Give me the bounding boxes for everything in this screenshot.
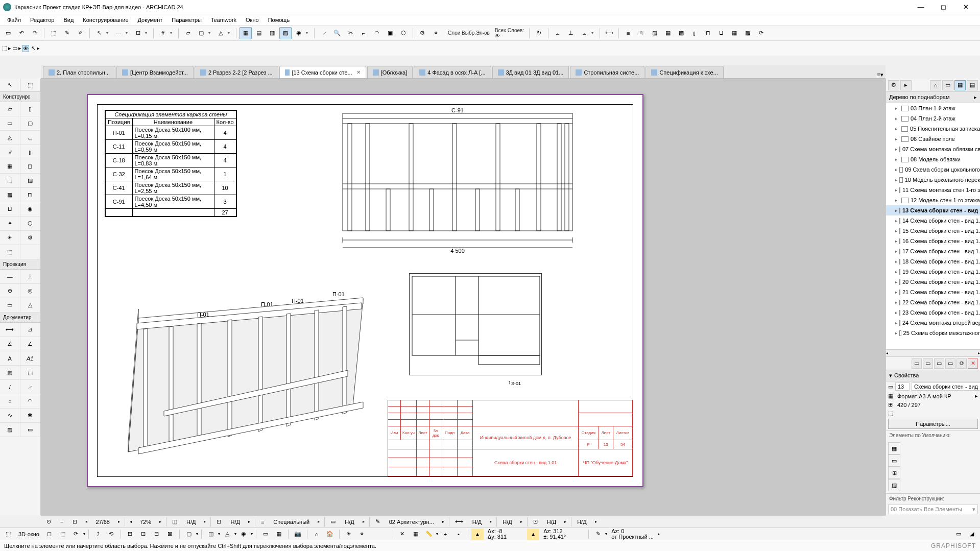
undo-button[interactable]: ↶ [15,27,28,39]
orbit-icon[interactable]: ⟳ [70,529,82,540]
roof-tool-icon[interactable]: ◬ [0,131,20,145]
circle-tool-icon[interactable]: ○ [0,394,20,409]
label-tool-icon[interactable]: A1 [20,351,41,366]
find-button[interactable]: ⚙ [416,27,428,39]
nav-item[interactable]: ▸14 Схема сборки стен - вид 1. [886,215,980,226]
cut-button[interactable]: ✂ [344,27,356,39]
tab-7[interactable]: Стропильная систе... [570,66,644,78]
menu-help[interactable]: Помощь [264,16,294,24]
column-tool-icon[interactable]: ▯ [20,102,41,116]
tree-hscroll[interactable]: ◂▸ [886,349,980,356]
worksheet-tool-icon[interactable]: ▭ [0,298,20,313]
coord-origin-icon[interactable]: ▲ [471,529,484,540]
minimize-button[interactable]: — [910,0,932,14]
slab-tool-icon[interactable]: ▢ [20,116,41,131]
format-dropdown-icon[interactable]: ▸ [975,393,978,399]
trace5-button[interactable]: ◉ [293,27,305,39]
zoom-out-button[interactable]: − [57,517,67,527]
dim-tool-icon[interactable]: ⟷ [0,323,20,337]
layer11-icon[interactable]: ⟳ [755,27,767,39]
render-icon-2[interactable]: ▦ [273,529,285,540]
ruler2-icon[interactable]: 📏 [423,529,435,540]
nav-item[interactable]: ▸22 Схема сборки стен - вид 1. [886,297,980,307]
3d-icon[interactable]: ⬚ [2,529,14,540]
layer5-icon[interactable]: ▩ [675,27,687,39]
plus-icon[interactable]: + [439,529,451,540]
tab-0[interactable]: 2. План стропильн... [43,66,115,78]
snap4-icon[interactable]: ⊠ [164,529,176,540]
point-tool-icon[interactable]: ✱ [20,409,41,423]
angle-tool-icon[interactable]: ∠ [20,337,41,351]
nav-item[interactable]: ▸23 Схема сборки стен - вид 1. [886,307,980,318]
mode-button-2[interactable]: ▭ [12,45,17,52]
drawing-tool-icon[interactable]: ▭ [20,423,41,437]
layer6-icon[interactable]: ⫿ [688,27,701,39]
section-tool-icon[interactable]: — [0,270,20,284]
nav-item[interactable]: ▸03 План 1-й этаж [886,103,980,113]
walk-icon[interactable]: ⤴ [92,529,104,540]
shell-tool-icon[interactable]: ◡ [20,131,41,145]
stair-tool-icon[interactable]: ⫽ [0,145,20,159]
align-left-button[interactable]: ⫠ [552,27,564,39]
cube-icon[interactable]: ◻ [43,529,56,540]
nav-item[interactable]: ▸17 Схема сборки стен - вид 1. [886,246,980,256]
nav-view-icon[interactable]: ▭ [942,80,953,90]
skylight-tool-icon[interactable]: ✦ [0,217,20,231]
parameters-button[interactable]: Параметры... [888,419,978,429]
page-next[interactable]: ▸ [115,517,123,527]
menu-file[interactable]: Файл [3,16,25,24]
morph-tool-icon[interactable]: ◻ [20,159,41,174]
roof-tool[interactable]: ◬ [214,27,227,39]
arc-tool-icon[interactable]: ◠ [20,394,41,409]
nav-item[interactable]: ▸16 Схема сборки стен - вид 1. [886,236,980,246]
split-button[interactable]: ⌐ [357,27,370,39]
dim-icon[interactable]: ⟷ [451,517,467,527]
rail-tool-icon[interactable]: ⫿ [20,145,41,159]
view-icon[interactable]: ⊡ [530,517,541,527]
tab-1[interactable]: [Центр Взаимодейст... [116,66,194,78]
layer9-icon[interactable]: ▦ [728,27,740,39]
grid-button[interactable]: # [157,27,169,39]
corner-icon[interactable]: ◢ [966,529,978,540]
dot-icon[interactable]: • [452,529,465,540]
tab-6[interactable]: 3Д вид 01 3Д вид 01... [492,66,569,78]
radial-tool-icon[interactable]: ∡ [0,337,20,351]
fill-button[interactable]: ▣ [384,27,396,39]
menu-edit[interactable]: Редактор [26,16,58,24]
tab-8[interactable]: Спецификация к схе... [646,66,723,78]
menu-options[interactable]: Параметры [168,16,206,24]
tab-5[interactable]: 4 Фасад в осях Л-А [... [414,66,491,78]
trace2-button[interactable]: ▤ [253,27,265,39]
layer10-icon[interactable]: ▩ [742,27,754,39]
menu-design[interactable]: Конструирование [79,16,132,24]
nav-item[interactable]: ▸04 План 2-й этаж [886,113,980,124]
nav-item[interactable]: ▸20 Схема сборки стен - вид 1. [886,277,980,287]
line-tool-icon[interactable]: / [0,380,20,394]
figure-tool-icon[interactable]: ▨ [0,423,20,437]
box-icon[interactable]: ⬚ [57,529,69,540]
layout-name-field[interactable] [912,382,980,391]
ruler-button[interactable]: ⟋ [318,27,330,39]
link-button[interactable]: ⚭ [429,27,442,39]
filter-combo[interactable]: 00 Показать Все Элементы▾ [888,505,978,514]
default-4-icon[interactable]: ▨ [888,479,900,491]
nav-item[interactable]: ▸18 Схема сборки стен - вид 1. [886,256,980,267]
pick-button[interactable]: ⬚ [47,27,60,39]
nav-item[interactable]: ▸07 Схема монтажа обвязки св [886,144,980,154]
mesh-tool-icon[interactable]: ▩ [0,188,20,202]
nav-item[interactable]: ▸05 Пояснительная записка [886,124,980,134]
tree-btn-2[interactable]: ▭ [923,358,933,369]
curtain-tool-icon[interactable]: ▦ [0,159,20,174]
align-right-button[interactable]: ⫠ [578,27,590,39]
layer1-icon[interactable]: ≡ [622,27,634,39]
arrow-tool[interactable]: ↖ [93,27,105,39]
home-icon[interactable]: 🏠 [324,529,336,540]
arc-button[interactable]: ◠ [371,27,383,39]
camera-icon[interactable]: 📷 [292,529,304,540]
slab-tool[interactable]: ▢ [195,27,207,39]
dim-button[interactable]: ⟷ [603,27,615,39]
fit-button[interactable]: ⊙ [43,517,55,527]
nav-item[interactable]: ▸10 Модель цокольного перек [886,175,980,185]
default-2-icon[interactable]: ▭ [888,454,900,467]
nav-item[interactable]: ▸08 Модель обвязки [886,154,980,164]
